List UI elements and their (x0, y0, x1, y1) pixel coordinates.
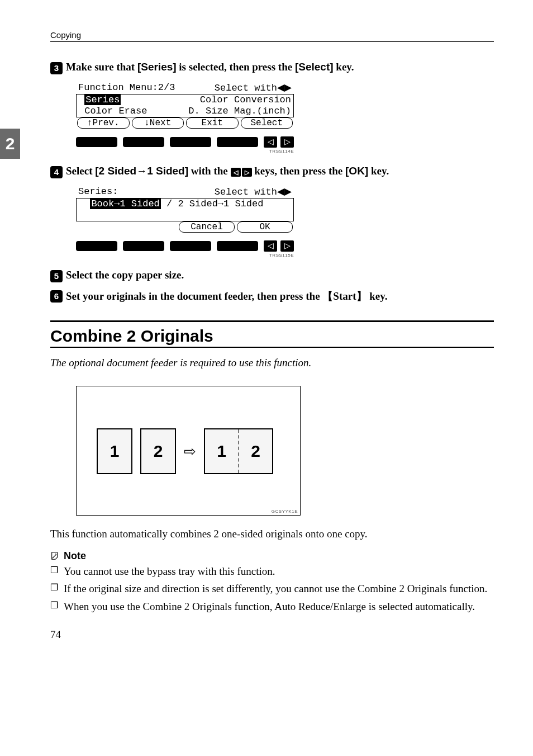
left-arrow-icon: ◁ (264, 136, 277, 148)
t: with the (188, 165, 230, 177)
t: keys, then press the (252, 165, 346, 177)
right-arrow-icon: ▷ (280, 240, 294, 252)
step-6: 6 Set your originals in the document fee… (50, 289, 494, 304)
right-arrow-icon: ▷ (280, 136, 294, 148)
lcd-item: Book→1 Sided / 2 Sided→1 Sided (79, 199, 263, 210)
combined-half: 2 (239, 429, 272, 473)
lcd-softkey: Select (241, 117, 293, 129)
running-head: Copying (50, 30, 494, 42)
hardware-key-label: 【Start】 (322, 290, 367, 302)
lcd-figure-1: Function Menu:2/3 Select with◀▶ Series C… (76, 82, 494, 154)
figure-id: TRSS114E (76, 149, 294, 154)
combine-figure: 1 2 ⇨ 1 2 GCSYYK1E (76, 386, 301, 516)
key-label: [Select] (295, 61, 334, 73)
hardware-button (217, 241, 258, 251)
arrow-right-icon: ⇨ (184, 443, 196, 460)
lcd-title: Function Menu:2/3 (78, 82, 175, 94)
note-item: You cannot use the bypass tray with this… (50, 564, 494, 579)
hardware-button (76, 241, 117, 251)
hardware-button (170, 137, 211, 147)
t: key. (368, 165, 389, 177)
lcd-hint: Select with◀▶ (215, 82, 292, 94)
figure-id: TRSS115E (76, 253, 294, 258)
hardware-buttons: ◁ ▷ (76, 136, 294, 148)
original-page: 2 (140, 428, 176, 474)
lcd-softkey: ↓Next (132, 117, 184, 129)
t: key. (367, 290, 388, 302)
key-label: [OK] (345, 165, 368, 177)
original-page: 1 (97, 428, 132, 474)
lcd-item: Color Erase (79, 106, 147, 117)
body-text: This function automatically combines 2 o… (50, 527, 494, 541)
chapter-tab: 2 (0, 129, 20, 159)
t: key. (334, 61, 354, 73)
combined-half: 1 (205, 429, 238, 473)
t: Set your originals in the document feede… (66, 290, 322, 302)
note-item: When you use the Combine 2 Originals fun… (50, 599, 494, 614)
combined-page: 1 2 (204, 428, 273, 474)
key-label: [Series] (137, 61, 177, 73)
left-arrow-icon: ◁ (264, 240, 277, 252)
step-5: 5 Select the copy paper size. (50, 269, 494, 282)
step-number-icon: 6 (50, 290, 63, 303)
step-number-icon: 5 (50, 270, 63, 282)
step-4: 4 Select [2 Sided→1 Sided] with the ◁▷ k… (50, 165, 494, 258)
lcd-figure-2: Series: Select with◀▶ Book→1 Sided / 2 S… (76, 186, 494, 258)
lcd-item: Color Conversion (200, 94, 291, 106)
lcd-softkey: OK (237, 221, 293, 233)
note-icon (50, 551, 60, 561)
page-number: 74 (50, 629, 494, 641)
step-text: Select the copy paper size. (66, 269, 184, 281)
lcd-softkey: ↑Prev. (77, 117, 130, 129)
lcd-hint: Select with◀▶ (215, 186, 292, 198)
hardware-button (217, 137, 258, 147)
step-text: Select [2 Sided→1 Sided] with the ◁▷ key… (66, 165, 389, 177)
step-3: 3 Make sure that [Series] is selected, t… (50, 61, 494, 154)
t: Select (66, 165, 95, 177)
step-number-icon: 3 (50, 62, 63, 74)
hardware-button (123, 241, 164, 251)
t: is selected, then press the (177, 61, 295, 73)
lcd-softkey: Cancel (179, 221, 235, 233)
step-text: Make sure that [Series] is selected, the… (66, 61, 354, 73)
figure-id: GCSYYK1E (272, 509, 298, 514)
section-intro: The optional document feeder is required… (50, 357, 494, 369)
note-item: If the original size and direction is se… (50, 582, 494, 596)
hardware-button (170, 241, 211, 251)
note-heading: Note (50, 550, 494, 562)
lcd-title: Series: (78, 186, 118, 198)
left-right-keys-icon: ◁▷ (231, 168, 252, 177)
hardware-buttons: ◁ ▷ (76, 240, 294, 252)
note-list: You cannot use the bypass tray with this… (50, 564, 494, 614)
step-number-icon: 4 (50, 166, 63, 178)
lcd-item: D. Size Mag.(inch) (188, 106, 291, 117)
hardware-button (123, 137, 164, 147)
note-label: Note (64, 550, 86, 562)
hardware-button (76, 137, 117, 147)
t: Make sure that (66, 61, 137, 73)
key-label: [2 Sided→1 Sided] (95, 165, 188, 177)
step-text: Set your originals in the document feede… (66, 289, 387, 304)
section-heading: Combine 2 Originals (50, 320, 494, 348)
lcd-softkey: Exit (186, 117, 239, 129)
lcd-item: Series (79, 94, 121, 106)
